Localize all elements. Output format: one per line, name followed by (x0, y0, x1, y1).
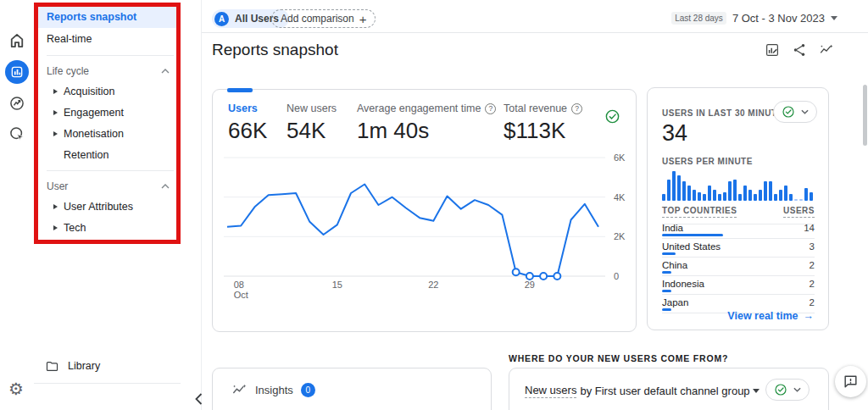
plus-icon: + (359, 13, 367, 25)
users-over-time-chart[interactable]: 6K4K2K0 08Oct152229 (224, 154, 637, 307)
top-countries-table: India 14 United States 3 China 2 Indones… (662, 220, 815, 313)
realtime-status-pill[interactable] (773, 101, 817, 123)
explore-nav-icon[interactable] (0, 95, 34, 112)
collapse-sidebar-icon[interactable] (195, 393, 203, 405)
table-row: United States 3 (662, 239, 815, 258)
customize-report-icon[interactable] (765, 42, 780, 58)
sidebar-item-retention[interactable]: Retention (34, 144, 180, 165)
sidebar-divider (47, 170, 174, 171)
insights-card: Insights 0 (212, 368, 492, 410)
sidebar-item-monetisation[interactable]: Monetisation (34, 123, 180, 144)
country-value-bar (662, 308, 671, 311)
country-value-bar (662, 290, 671, 292)
chevron-up-icon (161, 184, 170, 189)
sidebar-item-library[interactable]: Library (34, 356, 191, 376)
folder-icon (45, 359, 59, 374)
sidebar-item-real-time[interactable]: Real-time (34, 28, 180, 50)
ga4-reports-snapshot-screen: ⚙ Reports snapshot Real-time Life cycle … (0, 0, 868, 410)
sidebar-item-label: Reports snapshot (47, 11, 136, 23)
app-icon-rail: ⚙ (0, 0, 34, 410)
caret-down-icon (793, 387, 801, 392)
realtime-card: USERS IN LAST 30 MINUTES 34 USERS PER MI… (647, 87, 829, 330)
table-row: India 14 (662, 220, 815, 239)
audience-avatar: A (214, 12, 229, 26)
admin-gear-icon[interactable]: ⚙ (8, 380, 24, 397)
feedback-bubble-icon (843, 374, 859, 390)
caret-down-icon (831, 16, 837, 20)
vertical-scrollbar[interactable] (863, 85, 867, 146)
sidebar-section-life-cycle[interactable]: Life cycle (34, 61, 180, 80)
kpi-users[interactable]: Users 66K (228, 102, 267, 144)
help-icon[interactable]: ? (571, 103, 582, 114)
expand-triangle-icon (53, 131, 58, 136)
kpi-total-revenue[interactable]: Total revenue? $113K (504, 102, 582, 144)
insights-icon[interactable] (819, 42, 834, 58)
report-nav-sidebar: Reports snapshot Real-time Life cycle Ac… (34, 0, 202, 410)
caret-down-icon (801, 109, 809, 114)
sidebar-divider (47, 55, 174, 56)
date-range-picker[interactable]: Last 28 days 7 Oct - 3 Nov 2023 (671, 12, 837, 25)
add-comparison-button[interactable]: Add comparison + (271, 9, 376, 28)
sidebar-item-acquisition[interactable]: Acquisition (34, 80, 180, 102)
snapshot-overview-card: Users 66K New users 54K Average engageme… (212, 89, 637, 332)
active-metric-indicator (227, 88, 253, 92)
realtime-title: USERS IN LAST 30 MINUTES (662, 108, 789, 118)
sidebar-item-reports-snapshot[interactable]: Reports snapshot (34, 6, 180, 28)
data-quality-check-icon[interactable] (604, 108, 620, 125)
sidebar-item-engagement[interactable]: Engagement (34, 102, 180, 123)
caret-down-icon (753, 389, 760, 393)
users-per-minute-label: USERS PER MINUTE (662, 157, 753, 166)
users-line-chart (224, 154, 605, 283)
insights-label: Insights (255, 384, 293, 396)
chevron-up-icon (161, 69, 170, 74)
new-users-card: New users by First user default channel … (509, 368, 829, 410)
help-icon[interactable]: ? (485, 103, 496, 114)
new-users-status-pill[interactable] (765, 379, 810, 401)
view-real-time-link[interactable]: View real time → (727, 310, 814, 322)
check-circle-icon (782, 105, 795, 119)
sidebar-divider (34, 383, 181, 384)
table-row: Indonesia 2 (662, 276, 815, 295)
feedback-button[interactable] (835, 366, 866, 397)
check-circle-icon (774, 383, 787, 396)
arrow-right-icon: → (804, 310, 815, 322)
users-per-minute-bars[interactable] (662, 169, 815, 201)
dimension-dropdown[interactable]: New users by First user default channel … (525, 384, 760, 398)
kpi-avg-engagement-time[interactable]: Average engagement time? 1m 40s (357, 102, 496, 144)
reports-nav-icon[interactable] (5, 60, 29, 84)
home-icon[interactable] (0, 32, 34, 49)
country-value-bar (662, 271, 671, 274)
sidebar-item-user-attributes[interactable]: User Attributes (34, 196, 180, 217)
date-preset-chip: Last 28 days (671, 12, 726, 25)
expand-triangle-icon (53, 225, 58, 230)
insights-count-badge[interactable]: 0 (301, 383, 315, 397)
expand-triangle-icon (53, 89, 58, 94)
country-value-bar (662, 252, 676, 255)
new-users-section-heading: WHERE DO YOUR NEW USERS COME FROM? (509, 353, 728, 363)
sidebar-section-user[interactable]: User (34, 176, 180, 196)
share-icon[interactable] (792, 42, 807, 58)
page-title: Reports snapshot (212, 41, 338, 59)
expand-triangle-icon (53, 204, 58, 209)
country-value-bar (662, 234, 723, 236)
users-last-30-min-value: 34 (662, 120, 687, 147)
sidebar-item-tech[interactable]: Tech (34, 217, 180, 238)
table-row: China 2 (662, 258, 815, 276)
header-divider (201, 32, 868, 33)
sidebar-item-label: Real-time (47, 33, 92, 45)
x-axis-labels: 08Oct152229 (224, 280, 605, 305)
kpi-new-users[interactable]: New users 54K (287, 102, 337, 144)
insights-sparkle-icon (231, 382, 248, 398)
expand-triangle-icon (53, 110, 58, 115)
advertising-nav-icon[interactable] (0, 125, 34, 142)
